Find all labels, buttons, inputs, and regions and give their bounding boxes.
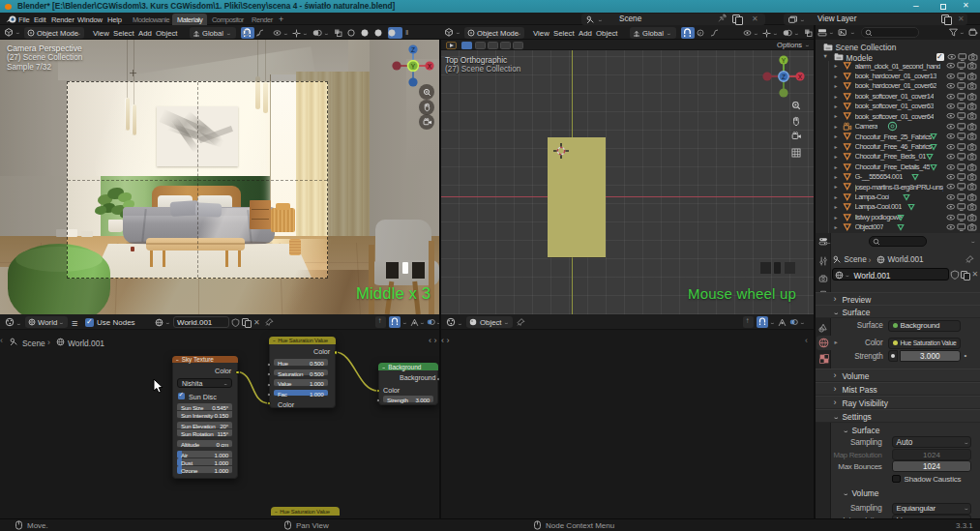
svg-text:Z: Z — [782, 74, 786, 80]
svg-text:Z: Z — [411, 46, 415, 53]
svg-text:Y: Y — [782, 57, 787, 64]
svg-text:X: X — [798, 74, 803, 80]
svg-text:X: X — [428, 63, 432, 70]
svg-text:Y: Y — [411, 63, 416, 70]
